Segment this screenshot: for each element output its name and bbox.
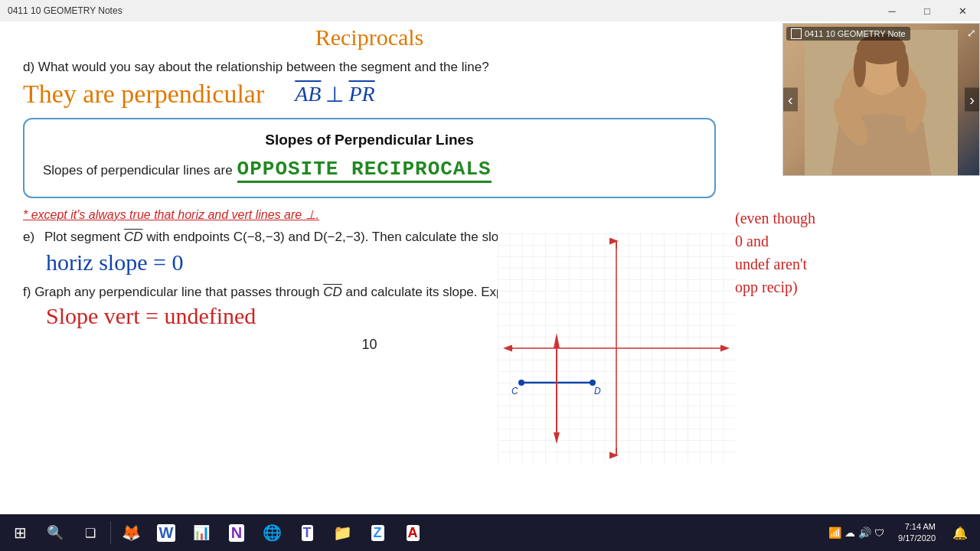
taskbar-onenote-icon[interactable]: N <box>220 516 253 549</box>
webcam-overlay: 0411 10 GEOMETRY Note ⤢ ‹ › <box>782 23 980 176</box>
webcam-person <box>783 24 979 175</box>
right-annotation: (even though 0 and undef aren't opp reci… <box>735 207 949 298</box>
clock[interactable]: 7:14 AM 9/17/2020 <box>892 521 942 545</box>
taskbar-right: 📶 ☁ 🔊 🛡 7:14 AM 9/17/2020 🔔 <box>822 516 977 549</box>
taskbar-file-explorer-icon[interactable]: 📁 <box>325 516 359 549</box>
question-d: d) What would you say about the relation… <box>0 54 739 78</box>
svg-point-8 <box>590 380 596 386</box>
grid-area: C D <box>498 233 735 463</box>
minimize-button[interactable]: ─ <box>874 0 910 21</box>
task-view-button[interactable]: ❑ <box>74 516 107 549</box>
svg-text:C: C <box>511 386 518 396</box>
title-bar-buttons: ─ □ ✕ <box>874 0 980 21</box>
taskbar-chrome-icon[interactable]: 🦊 <box>114 516 148 549</box>
notification-button[interactable]: 🔔 <box>943 516 977 549</box>
asterisk-note: * except it's always true that horiz and… <box>0 206 739 225</box>
slopes-box: Slopes of Perpendicular Lines Slopes of … <box>23 118 716 198</box>
svg-point-19 <box>897 49 909 87</box>
title-bar: 0411 10 GEOMETRY Notes ─ □ ✕ <box>0 0 980 21</box>
they-are-perpendicular: They are perpendicular <box>23 80 264 109</box>
network-icon: 📶 <box>828 527 841 539</box>
webcam-controls: 0411 10 GEOMETRY Note <box>786 27 910 41</box>
taskbar-zoom-icon[interactable]: Z <box>361 516 394 549</box>
slopes-box-content: Slopes of perpendicular lines are OPPOSI… <box>43 158 696 183</box>
security-icon: 🛡 <box>874 527 884 539</box>
close-button[interactable]: ✕ <box>945 0 980 21</box>
webcam-title: 0411 10 GEOMETRY Note <box>805 29 906 38</box>
taskbar-excel-icon[interactable]: 📊 <box>185 516 218 549</box>
system-tray: 📶 ☁ 🔊 🛡 <box>822 527 890 539</box>
ab-vector: AB <box>295 82 321 106</box>
slopes-box-title: Slopes of Perpendicular Lines <box>43 132 696 148</box>
webcam-expand-button[interactable]: ⤢ <box>967 27 976 39</box>
webcam-nav-left-button[interactable]: ‹ <box>783 88 798 112</box>
taskbar: ⊞ 🔍 ❑ 🦊 W 📊 N 🌐 T 📁 Z A 📶 ☁ 🔊 🛡 <box>0 514 980 551</box>
taskbar-word-icon[interactable]: W <box>149 516 183 549</box>
svg-text:D: D <box>594 386 601 396</box>
title-bar-text: 0411 10 GEOMETRY Notes <box>0 5 122 16</box>
speaker-icon: 🔊 <box>858 527 871 539</box>
start-button[interactable]: ⊞ <box>3 516 37 549</box>
opposite-reciprocals-text: OPPOSITE RECIPROCALS <box>237 158 492 183</box>
taskbar-teams-icon[interactable]: T <box>290 516 324 549</box>
perp-symbol: ⊥ <box>325 82 344 107</box>
taskbar-edge-icon[interactable]: 🌐 <box>255 516 289 549</box>
answer-d-row: They are perpendicular AB ⊥ PR <box>0 78 739 110</box>
pr-vector: PR <box>348 82 374 106</box>
svg-point-18 <box>854 49 866 87</box>
reciprocals-title: Reciprocals <box>0 21 739 54</box>
onedrive-icon: ☁ <box>844 527 855 539</box>
taskbar-acrobat-icon[interactable]: A <box>396 516 430 549</box>
webcam-nav-right-button[interactable]: › <box>965 88 979 112</box>
maximize-button[interactable]: □ <box>910 0 945 21</box>
svg-point-7 <box>518 380 524 386</box>
search-button[interactable]: 🔍 <box>38 516 72 549</box>
webcam-checkbox[interactable] <box>791 28 802 39</box>
